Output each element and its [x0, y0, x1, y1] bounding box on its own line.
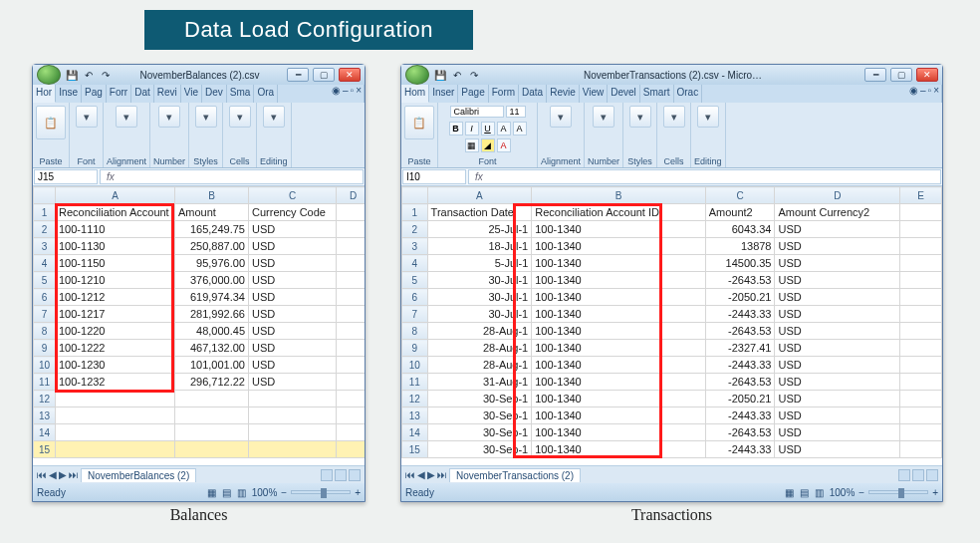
cell[interactable]: [900, 221, 942, 238]
cell[interactable]: USD: [775, 289, 900, 306]
ribbon-button[interactable]: ▾: [663, 106, 685, 128]
cell[interactable]: [337, 374, 366, 391]
ribbon-button[interactable]: ▾: [263, 106, 285, 128]
ribbon-button[interactable]: ▾: [629, 106, 651, 128]
row-header[interactable]: 10: [402, 357, 428, 374]
cell[interactable]: [900, 323, 942, 340]
cell[interactable]: 100-1340: [532, 323, 705, 340]
cell[interactable]: 28-Aug-1: [427, 323, 532, 340]
ribbon-tab[interactable]: Forr: [107, 85, 131, 103]
sheet-nav-last-icon[interactable]: ⏭: [437, 469, 447, 480]
cell[interactable]: [175, 441, 249, 458]
cell[interactable]: Transaction Date: [427, 204, 532, 221]
cell[interactable]: -2443.33: [705, 306, 775, 323]
sheet-nav-first-icon[interactable]: ⏮: [37, 469, 47, 480]
ribbon-tab[interactable]: Revie: [547, 85, 580, 103]
cell[interactable]: 100-1340: [532, 306, 705, 323]
cell[interactable]: [337, 204, 366, 221]
ribbon-button[interactable]: ▾: [229, 106, 251, 128]
cell[interactable]: [337, 272, 366, 289]
row-header[interactable]: 6: [34, 289, 56, 306]
column-header[interactable]: A: [427, 187, 532, 204]
ribbon-tab[interactable]: Form: [489, 85, 519, 103]
mdi-restore-icon[interactable]: ▫: [928, 85, 932, 103]
zoom-in-button[interactable]: +: [932, 487, 938, 498]
sheet-nav-next-icon[interactable]: ▶: [59, 469, 67, 480]
close-button[interactable]: ✕: [339, 68, 361, 82]
row-header[interactable]: 7: [34, 306, 56, 323]
sheet-nav-first-icon[interactable]: ⏮: [405, 469, 415, 480]
row-header[interactable]: 8: [34, 323, 56, 340]
minimize-button[interactable]: ━: [864, 68, 886, 82]
cell[interactable]: Currency Code: [249, 204, 337, 221]
view-layout-icon[interactable]: ▤: [800, 487, 809, 498]
cell[interactable]: 100-1220: [56, 323, 175, 340]
cell[interactable]: 48,000.45: [175, 323, 249, 340]
ribbon-tab[interactable]: Ora: [254, 85, 278, 103]
cell[interactable]: [337, 221, 366, 238]
cell[interactable]: -2643.53: [705, 323, 775, 340]
ribbon-tab[interactable]: Dat: [131, 85, 154, 103]
view-break-icon[interactable]: ▥: [237, 487, 246, 498]
cell[interactable]: 100-1232: [56, 374, 175, 391]
cell[interactable]: [337, 238, 366, 255]
cell[interactable]: 100-1340: [532, 221, 705, 238]
cell[interactable]: [337, 255, 366, 272]
cell[interactable]: 376,000.00: [175, 272, 249, 289]
view-normal-icon[interactable]: ▦: [785, 487, 794, 498]
save-icon[interactable]: 💾: [433, 68, 447, 82]
row-header[interactable]: 8: [402, 323, 428, 340]
font-color-button[interactable]: A: [497, 138, 511, 152]
cell[interactable]: USD: [249, 340, 337, 357]
row-header[interactable]: 3: [34, 238, 56, 255]
zoom-out-button[interactable]: −: [858, 487, 864, 498]
zoom-out-button[interactable]: −: [281, 487, 287, 498]
cell[interactable]: -2443.33: [705, 407, 775, 424]
column-header[interactable]: B: [175, 187, 249, 204]
cell[interactable]: USD: [775, 407, 900, 424]
cell[interactable]: USD: [775, 323, 900, 340]
cell[interactable]: Amount: [175, 204, 249, 221]
cell[interactable]: -2443.33: [705, 357, 775, 374]
cell[interactable]: 100-1340: [532, 407, 705, 424]
row-header[interactable]: 1: [402, 204, 428, 221]
cell[interactable]: USD: [249, 272, 337, 289]
cell[interactable]: [249, 424, 337, 441]
cell[interactable]: USD: [249, 255, 337, 272]
row-header[interactable]: 9: [402, 340, 428, 357]
cell[interactable]: [900, 340, 942, 357]
cell[interactable]: 100-1340: [532, 357, 705, 374]
cell[interactable]: 31-Aug-1: [427, 374, 532, 391]
zoom-slider[interactable]: [291, 490, 351, 494]
cell[interactable]: -2050.21: [705, 289, 775, 306]
row-header[interactable]: 2: [34, 221, 56, 238]
ribbon-tab[interactable]: Orac: [674, 85, 703, 103]
cell[interactable]: 14500.35: [705, 255, 775, 272]
cell[interactable]: [337, 357, 366, 374]
cell[interactable]: 100-1230: [56, 357, 175, 374]
border-button[interactable]: ▦: [465, 138, 479, 152]
help-icon[interactable]: ◉: [332, 85, 341, 103]
cell[interactable]: 18-Jul-1: [427, 238, 532, 255]
cell[interactable]: [900, 391, 942, 407]
row-header[interactable]: 10: [34, 357, 56, 374]
cell[interactable]: [175, 407, 249, 424]
cell[interactable]: -2327.41: [705, 340, 775, 357]
cell[interactable]: [337, 424, 366, 441]
ribbon-tab[interactable]: Dev: [202, 85, 227, 103]
cell[interactable]: 28-Aug-1: [427, 357, 532, 374]
ribbon-tab[interactable]: View: [580, 85, 609, 103]
row-header[interactable]: 9: [34, 340, 56, 357]
cell[interactable]: 296,712.22: [175, 374, 249, 391]
row-header[interactable]: 15: [402, 441, 428, 458]
row-header[interactable]: 7: [402, 306, 428, 323]
cell[interactable]: USD: [249, 306, 337, 323]
row-header[interactable]: 12: [34, 391, 56, 407]
fill-color-button[interactable]: ◢: [481, 138, 495, 152]
zoom-in-button[interactable]: +: [355, 487, 361, 498]
cell[interactable]: USD: [775, 238, 900, 255]
hscroll-thumb[interactable]: [912, 469, 924, 481]
ribbon-tab[interactable]: Data: [519, 85, 547, 103]
cell[interactable]: USD: [775, 221, 900, 238]
row-header[interactable]: 6: [402, 289, 428, 306]
